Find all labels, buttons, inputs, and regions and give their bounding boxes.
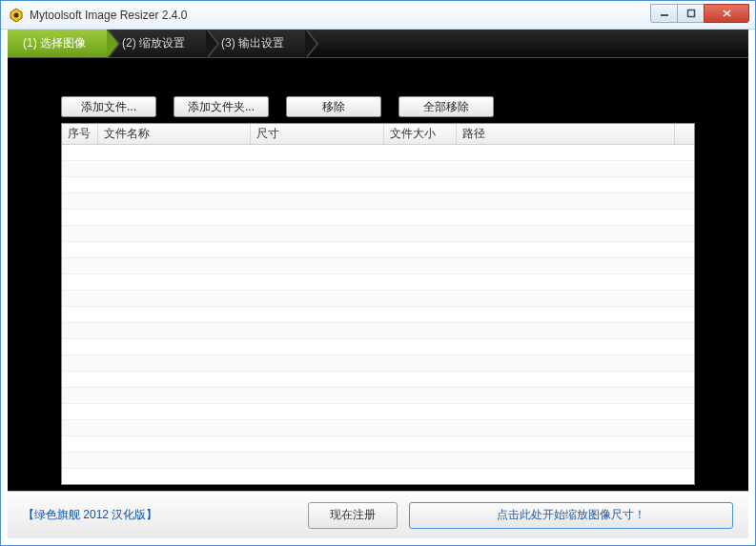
table-row	[62, 161, 694, 177]
tab-label: (2) 缩放设置	[122, 35, 185, 51]
tab-output-settings[interactable]: (3) 输出设置	[206, 30, 305, 57]
table-row	[62, 372, 694, 388]
file-table: 序号 文件名称 尺寸 文件大小 路径	[61, 123, 695, 485]
remove-button[interactable]: 移除	[286, 96, 381, 117]
register-button[interactable]: 现在注册	[308, 502, 398, 529]
col-size[interactable]: 尺寸	[251, 124, 384, 144]
table-row	[62, 453, 694, 469]
table-row	[62, 355, 694, 372]
table-row	[62, 226, 694, 242]
add-folder-button[interactable]: 添加文件夹...	[174, 96, 269, 117]
col-label: 文件大小	[390, 126, 436, 142]
table-header: 序号 文件名称 尺寸 文件大小 路径	[62, 124, 694, 145]
table-row	[62, 210, 694, 226]
table-row	[62, 436, 694, 453]
table-row	[62, 193, 694, 210]
main-panel: 添加文件... 添加文件夹... 移除 全部移除 序号 文件名称 尺寸 文件大小…	[8, 58, 748, 491]
minimize-button[interactable]	[650, 4, 678, 23]
table-row	[62, 177, 694, 193]
table-row	[62, 145, 694, 161]
table-row	[62, 274, 694, 291]
maximize-button[interactable]	[677, 4, 705, 23]
col-end	[675, 124, 694, 144]
button-label: 全部移除	[423, 99, 469, 115]
footer: 【绿色旗舰 2012 汉化版】 现在注册 点击此处开始缩放图像尺寸！	[8, 491, 748, 538]
table-row	[62, 388, 694, 404]
remove-all-button[interactable]: 全部移除	[398, 96, 494, 117]
close-button[interactable]	[704, 4, 749, 23]
app-icon	[9, 8, 24, 23]
tab-label: (3) 输出设置	[221, 35, 284, 51]
col-label: 尺寸	[256, 126, 279, 142]
titlebar: Mytoolsoft Image Resizer 2.4.0	[1, 1, 755, 30]
col-index[interactable]: 序号	[62, 124, 98, 144]
app-window: Mytoolsoft Image Resizer 2.4.0 (1) 选择图像 …	[0, 0, 756, 546]
start-resize-button[interactable]: 点击此处开始缩放图像尺寸！	[409, 502, 733, 529]
toolbar: 添加文件... 添加文件夹... 移除 全部移除	[61, 96, 695, 117]
tab-label: (1) 选择图像	[23, 35, 86, 51]
table-row	[62, 404, 694, 420]
table-body[interactable]	[62, 145, 694, 485]
table-row	[62, 469, 694, 485]
credit-link[interactable]: 【绿色旗舰 2012 汉化版】	[23, 507, 157, 523]
col-label: 路径	[462, 126, 485, 142]
tab-select-image[interactable]: (1) 选择图像	[8, 30, 107, 57]
window-controls	[651, 4, 749, 23]
button-label: 现在注册	[330, 507, 376, 523]
step-tabs: (1) 选择图像 (2) 缩放设置 (3) 输出设置	[8, 30, 748, 58]
button-label: 添加文件夹...	[188, 99, 255, 115]
col-filesize[interactable]: 文件大小	[384, 124, 457, 144]
content-area: (1) 选择图像 (2) 缩放设置 (3) 输出设置 添加文件... 添加文件夹…	[8, 30, 748, 538]
window-title: Mytoolsoft Image Resizer 2.4.0	[30, 9, 651, 22]
button-label: 添加文件...	[81, 99, 136, 115]
svg-rect-2	[661, 14, 668, 16]
table-row	[62, 339, 694, 355]
table-row	[62, 420, 694, 436]
table-row	[62, 323, 694, 339]
table-row	[62, 258, 694, 274]
button-label: 点击此处开始缩放图像尺寸！	[497, 507, 645, 523]
table-row	[62, 291, 694, 307]
button-label: 移除	[322, 99, 345, 115]
table-row	[62, 242, 694, 258]
col-label: 序号	[68, 126, 91, 142]
svg-rect-3	[687, 10, 694, 16]
col-path[interactable]: 路径	[457, 124, 675, 144]
add-file-button[interactable]: 添加文件...	[61, 96, 156, 117]
tab-resize-settings[interactable]: (2) 缩放设置	[107, 30, 206, 57]
table-row	[62, 307, 694, 323]
col-filename[interactable]: 文件名称	[98, 124, 251, 144]
svg-point-1	[14, 12, 19, 17]
col-label: 文件名称	[104, 126, 150, 142]
